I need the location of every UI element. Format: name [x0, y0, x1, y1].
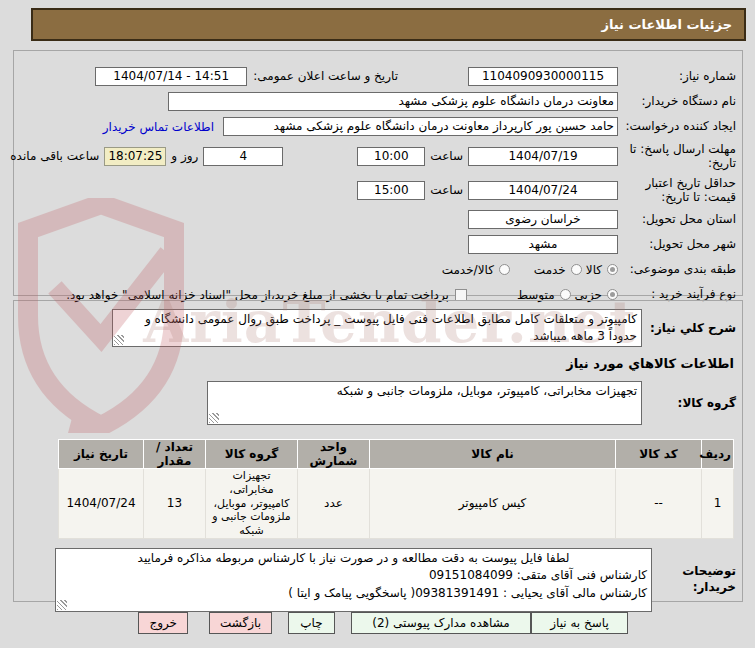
col-row-number: ردیف — [702, 440, 734, 469]
goods-group-text: تجهیزات مخابراتی، کامپیوتر، موبایل، ملزو… — [337, 384, 637, 398]
goods-info-groupbox: شرح کلي نیاز: کامپیوتر و متعلقات کامل مط… — [13, 300, 743, 602]
need-description-textarea[interactable]: کامپیوتر و متعلقات کامل مطابق اطلاعات فن… — [112, 309, 642, 347]
resize-handle[interactable] — [209, 413, 219, 423]
row-response-deadline: مهلت ارسال پاسخ: تا تاریخ: 1404/07/19 سا… — [20, 141, 736, 171]
row-delivery-city: شهر محل تحویل: مشهد — [20, 234, 736, 255]
days-label: روز و — [171, 149, 198, 163]
price-validity-date-field[interactable]: 1404/07/24 — [468, 181, 618, 200]
respond-to-need-button[interactable]: پاسخ به نیاز — [531, 612, 628, 634]
goods-table-header-row: ردیف کد کالا نام کالا واحد شمارش گروه کا… — [59, 440, 734, 469]
action-buttons: پاسخ به نیاز مشاهده مدارک پیوستی (2) چاپ… — [113, 612, 628, 634]
cell-row-number: 1 — [702, 469, 734, 539]
buyer-notes-textarea[interactable]: لطفا فایل پیوست به دقت مطالعه و در صورت … — [55, 548, 652, 612]
goods-section-title: اطلاعات کالاهاي مورد نیاز — [20, 356, 734, 371]
price-validity-label: حداقل تاریخ اعتبار قیمت: تا تاریخ: — [618, 176, 736, 205]
need-info-groupbox: شماره نیاز: 1104090930000115 تاریخ و ساع… — [13, 50, 743, 296]
days-remaining-field[interactable]: 4 — [203, 147, 283, 166]
response-deadline-date-field[interactable]: 1404/07/19 — [468, 147, 618, 166]
request-creator-field[interactable]: حامد حسین پور کارپرداز معاونت درمان دانش… — [223, 117, 618, 136]
radio-goods-service-icon[interactable] — [499, 264, 510, 275]
row-price-validity: حداقل تاریخ اعتبار قیمت: تا تاریخ: 1404/… — [20, 175, 736, 205]
row-request-creator: ایجاد کننده درخواست: حامد حسین پور کارپر… — [20, 116, 736, 137]
goods-table-wrap: ردیف کد کالا نام کالا واحد شمارش گروه کا… — [20, 439, 734, 539]
col-goods-name: نام کالا — [370, 440, 616, 469]
table-row[interactable]: 1 -- کیس کامپیوتر عدد تجهیزات مخابراتی، … — [59, 469, 734, 539]
price-validity-time-field[interactable]: 15:00 — [357, 181, 425, 200]
view-attached-docs-button[interactable]: مشاهده مدارک پیوستی (2) — [351, 612, 531, 634]
subject-class-option-goods-service[interactable]: کالا/خدمت — [442, 263, 510, 277]
buyer-notes-line: کارشناس فنی آقای متقی: 09151084099 — [60, 567, 647, 584]
treasury-checkbox-icon[interactable] — [455, 289, 467, 301]
cell-quantity: 13 — [144, 469, 206, 539]
buyer-notes-line: لطفا فایل پیوست به دقت مطالعه و در صورت … — [60, 550, 647, 567]
buyer-org-field[interactable]: معاونت درمان دانشگاه علوم پزشکی مشهد — [168, 92, 618, 111]
cell-count-unit: عدد — [298, 469, 370, 539]
need-number-field[interactable]: 1104090930000115 — [468, 67, 618, 86]
announce-datetime-field[interactable]: 1404/07/14 - 14:51 — [95, 67, 247, 86]
col-goods-code: کد کالا — [616, 440, 702, 469]
subject-class-option-service[interactable]: خدمت — [534, 263, 582, 277]
page-title-bar: جزئیات اطلاعات نیاز — [31, 8, 746, 41]
resize-handle[interactable] — [114, 335, 124, 345]
price-validity-hour-label: ساعت — [430, 183, 463, 197]
page-title: جزئیات اطلاعات نیاز — [601, 17, 732, 32]
row-need-number: شماره نیاز: 1104090930000115 تاریخ و ساع… — [20, 66, 736, 87]
countdown-timer: 18:07:25 — [104, 147, 166, 166]
cell-goods-code: -- — [616, 469, 702, 539]
delivery-province-label: استان محل تحویل: — [618, 212, 736, 227]
buyer-notes-label: توضیحات خریدار: — [652, 564, 736, 595]
delivery-city-field[interactable]: مشهد — [468, 235, 618, 254]
buyer-contact-link[interactable]: اطلاعات تماس خریدار — [103, 120, 214, 134]
row-delivery-province: استان محل تحویل: خراسان رضوی — [20, 209, 736, 230]
radio-medium-icon[interactable] — [560, 289, 571, 300]
subject-class-option-goods-service-label: کالا/خدمت — [442, 263, 494, 277]
exit-button[interactable]: خروج — [138, 612, 188, 634]
col-goods-group: گروه کالا — [206, 440, 298, 469]
goods-table: ردیف کد کالا نام کالا واحد شمارش گروه کا… — [58, 439, 734, 539]
radio-service-icon[interactable] — [571, 264, 582, 275]
goods-group-label: گروه کالا: — [642, 396, 736, 411]
resize-handle[interactable] — [57, 600, 67, 610]
buyer-notes-line: کارشناس مالی آقای یحیایی : 09381391491( … — [60, 585, 647, 602]
cell-goods-group: تجهیزات مخابراتی، کامپیوتر، موبایل، ملزو… — [206, 469, 298, 539]
delivery-province-field[interactable]: خراسان رضوی — [468, 210, 618, 229]
subject-class-option-service-label: خدمت — [534, 263, 566, 277]
delivery-city-label: شهر محل تحویل: — [618, 237, 736, 252]
row-need-description: شرح کلي نیاز: کامپیوتر و متعلقات کامل مط… — [20, 308, 736, 348]
row-buyer-notes: توضیحات خریدار: لطفا فایل پیوست به دقت م… — [20, 548, 736, 612]
subject-class-label: طبقه بندی موضوعی: — [618, 262, 736, 277]
response-deadline-label: مهلت ارسال پاسخ: تا تاریخ: — [618, 142, 736, 171]
radio-minor-icon[interactable] — [607, 289, 618, 300]
back-button[interactable]: بازگشت — [209, 612, 272, 634]
print-button[interactable]: چاپ — [288, 612, 335, 634]
goods-group-field[interactable]: تجهیزات مخابراتی، کامپیوتر، موبایل، ملزو… — [207, 381, 642, 425]
radio-goods-icon[interactable] — [607, 264, 618, 275]
need-description-label: شرح کلي نیاز: — [642, 321, 736, 336]
announce-datetime-label: تاریخ و ساعت اعلان عمومی: — [253, 69, 398, 83]
subject-class-option-goods[interactable]: کالا — [586, 263, 618, 277]
need-description-text: کامپیوتر و متعلقات کامل مطابق اطلاعات فن… — [145, 312, 637, 343]
col-count-unit: واحد شمارش — [298, 440, 370, 469]
hours-remaining-label: ساعت باقی مانده — [10, 149, 99, 163]
col-need-date: تاریخ نیاز — [59, 440, 144, 469]
buyer-org-label: نام دستگاه خریدار: — [618, 94, 736, 109]
subject-class-option-goods-label: کالا — [586, 263, 602, 277]
cell-need-date: 1404/07/24 — [59, 469, 144, 539]
request-creator-label: ایجاد کننده درخواست: — [618, 119, 736, 134]
need-number-label: شماره نیاز: — [618, 69, 736, 84]
row-buyer-org: نام دستگاه خریدار: معاونت درمان دانشگاه … — [20, 91, 736, 112]
row-goods-group: گروه کالا: تجهیزات مخابراتی، کامپیوتر، م… — [20, 380, 736, 426]
response-deadline-hour-label: ساعت — [430, 149, 463, 163]
need-details-page: جزئیات اطلاعات نیاز شماره نیاز: 11040909… — [0, 0, 755, 648]
cell-goods-name: کیس کامپیوتر — [370, 469, 616, 539]
row-subject-class: طبقه بندی موضوعی: کالا خدمت کالا/خدمت — [20, 259, 736, 280]
col-quantity: تعداد / مقدار — [144, 440, 206, 469]
response-deadline-time-field[interactable]: 10:00 — [357, 147, 425, 166]
